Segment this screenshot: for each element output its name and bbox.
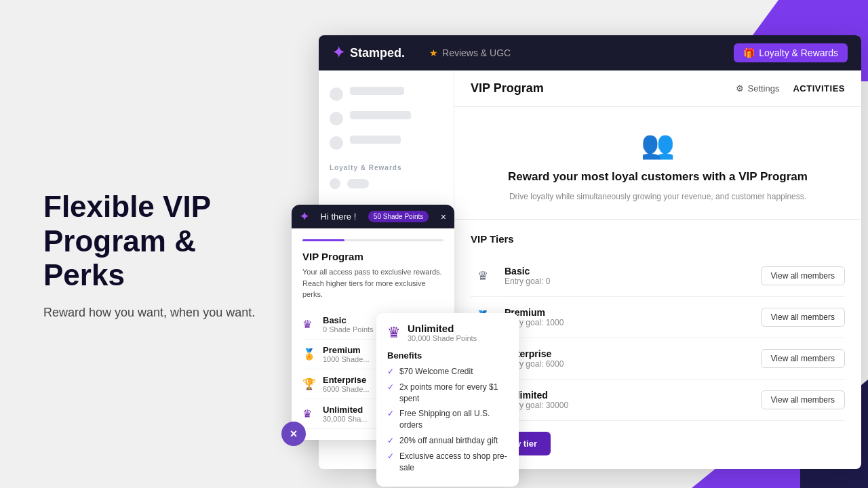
left-section: Flexible VIP Program & Perks Reward how … bbox=[43, 190, 274, 322]
nav-reviews[interactable]: ★ Reviews & UGC bbox=[427, 47, 513, 58]
widget-tier-pts-unlimited: 30,000 Sha... bbox=[323, 415, 367, 423]
sidebar-section-label: Loyalty & Rewards bbox=[330, 164, 443, 171]
widget-tier-name-premium: Premium bbox=[323, 345, 370, 355]
view-members-unlimited[interactable]: View all members bbox=[761, 390, 845, 409]
widget-logo: ✦ bbox=[300, 210, 309, 223]
settings-label: Settings bbox=[748, 83, 780, 94]
sidebar-skeleton-1 bbox=[330, 87, 443, 102]
nav-loyalty-label: Loyalty & Rewards bbox=[759, 47, 838, 58]
skeleton-line bbox=[350, 111, 411, 119]
benefit-text-1: $70 Welcome Credit bbox=[399, 366, 473, 378]
hero-desc: Drive loyalty while simultaneously growi… bbox=[471, 190, 845, 203]
hero-icon: 👥 bbox=[471, 129, 845, 161]
benefits-popup: ♛ Unlimited 30,000 Shade Points Benefits… bbox=[376, 313, 519, 487]
benefit-text-4: 20% off annual birthday gift bbox=[399, 435, 498, 447]
sidebar-skeleton-3 bbox=[330, 136, 443, 150]
sidebar-circle bbox=[330, 178, 340, 189]
benefit-item-2: ✓ 2x points more for every $1 spent bbox=[387, 382, 508, 405]
widget-tier-icon-basic: ♛ bbox=[302, 318, 316, 331]
widget-tier-pts-basic: 0 Shade Points bbox=[323, 325, 374, 333]
subtext: Reward how you want, when you want. bbox=[43, 304, 274, 322]
sidebar-skeleton-2 bbox=[330, 111, 443, 126]
benefits-label: Benefits bbox=[387, 350, 508, 361]
tier-name-basic: Basic bbox=[505, 266, 761, 277]
close-button[interactable]: × bbox=[281, 422, 306, 446]
widget-tier-pts-enterprise: 6000 Shade... bbox=[323, 385, 370, 393]
tier-name-premium: Premium bbox=[505, 307, 761, 318]
widget-greeting: Hi there ! bbox=[321, 211, 357, 222]
logo-icon: ✦ bbox=[332, 44, 344, 62]
hero-section: 👥 Reward your most loyal customers with … bbox=[454, 107, 861, 220]
check-icon-1: ✓ bbox=[387, 367, 394, 376]
benefit-item-4: ✓ 20% off annual birthday gift bbox=[387, 435, 508, 447]
settings-button[interactable]: ⚙ Settings bbox=[736, 83, 780, 94]
tier-goal-basic: Entry goal: 0 bbox=[505, 277, 761, 286]
widget-progress-fill bbox=[302, 239, 344, 241]
widget-tier-name-enterprise: Enterprise bbox=[323, 375, 370, 385]
benefits-tier-pts: 30,000 Shade Points bbox=[408, 334, 477, 342]
widget-tier-icon-premium: 🏅 bbox=[302, 348, 316, 361]
gear-icon: ⚙ bbox=[736, 83, 744, 94]
check-icon-5: ✓ bbox=[387, 451, 394, 461]
app-nav: ✦ Stamped. ★ Reviews & UGC 🎁 Loyalty & R… bbox=[319, 35, 861, 70]
widget-tier-pts-premium: 1000 Shade... bbox=[323, 355, 370, 363]
logo-text: Stamped. bbox=[350, 46, 405, 60]
widget-progress-bar bbox=[302, 239, 443, 241]
header-actions: ⚙ Settings ACTIVITIES bbox=[736, 83, 846, 94]
widget-header: ✦ Hi there ! 50 Shade Points × bbox=[292, 205, 454, 228]
vip-program-title: VIP Program bbox=[471, 81, 544, 96]
tier-goal-enterprise: Entry goal: 6000 bbox=[505, 359, 761, 369]
tier-info-premium: Premium Entry goal: 1000 bbox=[505, 307, 761, 327]
benefit-item-3: ✓ Free Shipping on all U.S. orders bbox=[387, 408, 508, 431]
benefits-tier-header: ♛ Unlimited 30,000 Shade Points bbox=[387, 323, 508, 342]
vip-header: VIP Program ⚙ Settings ACTIVITIES bbox=[454, 70, 861, 107]
check-icon-2: ✓ bbox=[387, 382, 394, 392]
star-icon: ★ bbox=[429, 47, 438, 58]
tier-row-basic: ♛ Basic Entry goal: 0 View all members bbox=[471, 256, 845, 297]
tier-info-unlimited: Unlimited Entry goal: 30000 bbox=[505, 390, 761, 410]
benefits-tier-icon: ♛ bbox=[387, 324, 401, 342]
app-logo: ✦ Stamped. bbox=[332, 44, 405, 62]
nav-loyalty[interactable]: 🎁 Loyalty & Rewards bbox=[734, 43, 848, 62]
check-icon-4: ✓ bbox=[387, 436, 394, 445]
benefit-text-5: Exclusive access to shop pre-sale bbox=[399, 451, 508, 474]
tier-info-enterprise: Enterprise Entry goal: 6000 bbox=[505, 348, 761, 369]
tier-row-premium: 🏅 Premium Entry goal: 1000 View all memb… bbox=[471, 297, 845, 338]
sidebar-toggle-row bbox=[330, 178, 443, 189]
tier-name-enterprise: Enterprise bbox=[505, 348, 761, 359]
view-members-enterprise[interactable]: View all members bbox=[761, 349, 845, 368]
tier-info-basic: Basic Entry goal: 0 bbox=[505, 266, 761, 286]
tier-name-unlimited: Unlimited bbox=[505, 390, 761, 401]
tier-goal-premium: Entry goal: 1000 bbox=[505, 318, 761, 327]
view-members-basic[interactable]: View all members bbox=[761, 266, 845, 285]
activities-button[interactable]: ACTIVITIES bbox=[793, 83, 845, 94]
widget-tier-icon-unlimited: ♛ bbox=[302, 407, 316, 420]
tier-icon-basic: ♛ bbox=[471, 264, 495, 288]
benefit-item-1: ✓ $70 Welcome Credit bbox=[387, 366, 508, 378]
gift-icon: 🎁 bbox=[743, 47, 755, 58]
widget-vip-title: VIP Program bbox=[302, 251, 443, 262]
benefits-tier-name: Unlimited bbox=[408, 323, 477, 334]
view-members-premium[interactable]: View all members bbox=[761, 308, 845, 327]
skeleton-circle bbox=[330, 136, 343, 150]
skeleton-line bbox=[350, 136, 401, 144]
widget-logo-icon: ✦ bbox=[300, 210, 309, 223]
benefit-text-3: Free Shipping on all U.S. orders bbox=[399, 408, 508, 431]
tier-row-enterprise: 🏆 Enterprise Entry goal: 6000 View all m… bbox=[471, 338, 845, 380]
tiers-title: VIP Tiers bbox=[471, 233, 845, 245]
tier-row-unlimited: ♛ Unlimited Entry goal: 30000 View all m… bbox=[471, 380, 845, 421]
nav-reviews-label: Reviews & UGC bbox=[442, 47, 511, 58]
widget-vip-desc: Your all access pass to exclusive reward… bbox=[302, 266, 443, 300]
widget-tier-name-basic: Basic bbox=[323, 315, 374, 325]
tier-goal-unlimited: Entry goal: 30000 bbox=[505, 401, 761, 410]
skeleton-circle bbox=[330, 87, 343, 101]
sidebar-toggle bbox=[347, 179, 369, 188]
widget-tier-icon-enterprise: 🏆 bbox=[302, 378, 316, 390]
hero-title: Reward your most loyal customers with a … bbox=[471, 169, 845, 185]
widget-close-button[interactable]: × bbox=[441, 211, 446, 222]
skeleton-circle bbox=[330, 112, 343, 125]
headline: Flexible VIP Program & Perks bbox=[43, 190, 274, 293]
skeleton-line bbox=[350, 87, 404, 95]
benefit-text-2: 2x points more for every $1 spent bbox=[399, 382, 508, 405]
benefit-item-5: ✓ Exclusive access to shop pre-sale bbox=[387, 451, 508, 474]
